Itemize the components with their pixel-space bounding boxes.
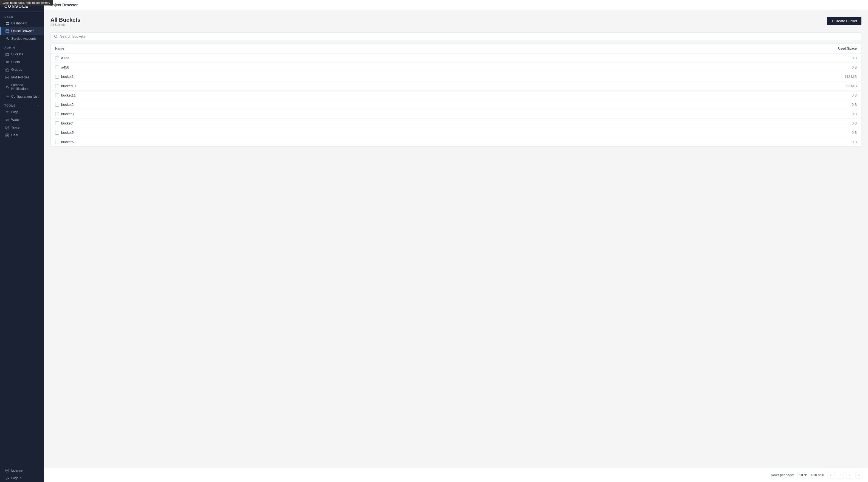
row-name: bucket1: [55, 74, 845, 79]
bucket-icon: [55, 56, 59, 60]
bucket-icon: [55, 103, 59, 107]
sidebar-label-logout: Logout: [11, 476, 22, 480]
row-name: bucket11: [55, 93, 852, 97]
create-bucket-button[interactable]: + Create Bucket: [827, 17, 861, 25]
table-header: Name Used Space: [51, 44, 861, 54]
svg-point-18: [54, 35, 57, 37]
sidebar-label-watch: Watch: [11, 118, 21, 122]
sidebar-label-groups: Groups: [11, 68, 22, 71]
sidebar-label-lambda: Lambda Notifications: [11, 83, 39, 91]
logs-icon: [5, 110, 9, 114]
bucket-used-space: 113 MiB: [845, 75, 857, 79]
bucket-name: bucket4: [61, 121, 74, 125]
sidebar-item-buckets[interactable]: Buckets: [0, 51, 44, 58]
table-row[interactable]: bucket11 0 B: [51, 91, 861, 100]
sidebar: CONSOLE USER − Dashboard Object Browser …: [0, 0, 44, 482]
bucket-icon: [55, 122, 59, 125]
sidebar-item-iam-policies[interactable]: IAM Policies: [0, 73, 44, 81]
row-name: bucket2: [55, 102, 852, 107]
bucket-used-space: 0 B: [852, 66, 857, 69]
heal-icon: [5, 133, 9, 137]
table-row[interactable]: bucket2 0 B: [51, 100, 861, 109]
sidebar-label-dashboard: Dashboard: [11, 21, 27, 25]
svg-rect-1: [7, 22, 9, 23]
rows-per-page-label: Rows per page:: [771, 473, 794, 477]
sidebar-label-license: License: [11, 469, 23, 473]
bucket-used-space: 0 B: [852, 56, 857, 60]
table-row[interactable]: bucket4 0 B: [51, 119, 861, 128]
table-row[interactable]: bucket3 0 B: [51, 109, 861, 119]
collapse-icon-tools[interactable]: −: [38, 104, 39, 107]
rows-per-page-select[interactable]: 10 25 50: [797, 472, 808, 478]
users-icon: [5, 60, 9, 64]
svg-rect-9: [6, 69, 7, 71]
page-title: All Buckets: [51, 17, 81, 23]
svg-rect-0: [6, 22, 7, 23]
row-name: bucket3: [55, 112, 852, 116]
svg-rect-3: [7, 24, 9, 25]
row-name: bucket5: [55, 130, 852, 135]
sidebar-item-service-accounts[interactable]: Service Accounts: [0, 35, 44, 42]
main-content: Object Browser All Buckets All Buckets +…: [44, 0, 868, 482]
sidebar-item-logs[interactable]: Logs: [0, 108, 44, 116]
tooltip-bar: Click to go back, hold to see history: [0, 0, 53, 5]
sidebar-label-object-browser: Object Browser: [11, 29, 34, 33]
bucket-icon: [55, 66, 59, 69]
table-row[interactable]: a123 0 B: [51, 54, 861, 63]
topbar-title: Object Browser: [50, 3, 78, 7]
table-row[interactable]: bucket5 0 B: [51, 128, 861, 137]
last-page-button[interactable]: ⇥: [856, 472, 863, 479]
collapse-icon-user[interactable]: −: [38, 15, 39, 19]
bucket-name: bucket6: [61, 140, 74, 144]
sidebar-item-groups[interactable]: Groups: [0, 66, 44, 73]
page-info: 1-10 of 10: [810, 473, 825, 477]
section-label-tools: TOOLS −: [0, 100, 44, 108]
bucket-name: bucket3: [61, 112, 74, 116]
col-used-space: Used Space: [838, 46, 857, 51]
sidebar-item-dashboard[interactable]: Dashboard: [0, 20, 44, 27]
sidebar-item-watch[interactable]: Watch: [0, 116, 44, 124]
table-row[interactable]: a456 0 B: [51, 63, 861, 72]
logout-icon: [5, 476, 9, 480]
trace-icon: [5, 126, 9, 129]
bucket-icon: [55, 84, 59, 88]
bucket-name: bucket2: [61, 102, 74, 107]
sidebar-item-users[interactable]: Users: [0, 58, 44, 66]
bucket-icon: [55, 140, 59, 144]
sidebar-item-configurations-list[interactable]: Configurations List: [0, 93, 44, 100]
table-row[interactable]: bucket6 0 B: [51, 137, 861, 147]
sidebar-label-heal: Heal: [11, 133, 18, 137]
bucket-name: bucket1: [61, 74, 74, 79]
first-page-button[interactable]: ⇤: [828, 472, 835, 479]
sidebar-item-license[interactable]: License: [0, 467, 44, 474]
svg-rect-11: [8, 69, 9, 71]
sidebar-item-heal[interactable]: Heal: [0, 131, 44, 139]
sidebar-item-object-browser[interactable]: Object Browser: [0, 27, 44, 35]
bucket-icon: [55, 94, 59, 97]
prev-page-button[interactable]: ‹: [837, 472, 844, 479]
sidebar-item-lambda-notifications[interactable]: Lambda Notifications: [0, 81, 44, 93]
svg-rect-4: [6, 30, 9, 33]
breadcrumb: All Buckets: [51, 23, 81, 26]
search-input[interactable]: [60, 34, 858, 38]
page-header: All Buckets All Buckets + Create Bucket: [51, 17, 861, 31]
col-name: Name: [55, 46, 838, 51]
table-row[interactable]: bucket1 113 MiB: [51, 72, 861, 82]
sidebar-item-trace[interactable]: Trace: [0, 124, 44, 131]
collapse-icon-admin[interactable]: −: [38, 46, 39, 50]
svg-rect-2: [6, 24, 7, 25]
table-row[interactable]: bucket10 6.2 MiB: [51, 82, 861, 91]
bucket-name: bucket5: [61, 130, 74, 135]
search-container: [51, 32, 861, 40]
next-page-button[interactable]: ›: [846, 472, 853, 479]
row-name: bucket10: [55, 84, 845, 88]
buckets-table: Name Used Space a123 0 B a456 0 B bucket…: [51, 43, 861, 147]
iam-icon: [5, 75, 9, 79]
license-icon: [5, 469, 9, 473]
sidebar-label-buckets: Buckets: [11, 52, 23, 56]
bucket-used-space: 0 B: [852, 131, 857, 135]
sidebar-label-service-accounts: Service Accounts: [11, 37, 36, 40]
row-name: a123: [55, 56, 852, 60]
sidebar-item-logout[interactable]: Logout: [0, 474, 44, 482]
section-label-user: USER −: [0, 11, 44, 20]
